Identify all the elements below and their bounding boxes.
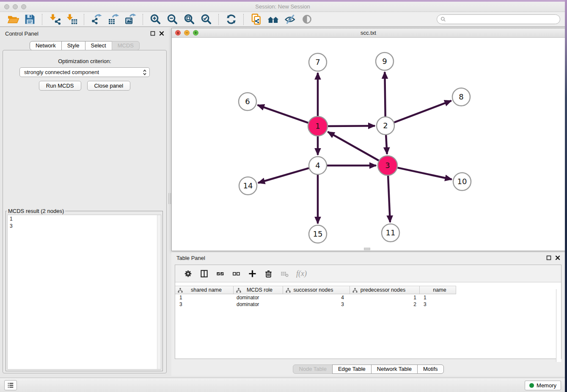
graph-node[interactable]: 11 <box>382 224 399 242</box>
float-panel-icon[interactable] <box>150 31 155 36</box>
run-mcds-button[interactable]: Run MCDS <box>39 81 81 91</box>
export-network-button[interactable] <box>88 13 105 26</box>
node-table: shared name MCDS role successor nodes pr… <box>175 286 561 362</box>
column-header-name[interactable]: name <box>420 286 456 294</box>
graph-node[interactable]: 7 <box>309 53 327 71</box>
search-icon <box>440 17 446 22</box>
cell-shared-name[interactable]: 3 <box>175 301 234 307</box>
delete-table-button[interactable] <box>280 269 289 278</box>
float-panel-icon[interactable] <box>546 255 551 260</box>
open-file-button[interactable] <box>4 13 21 26</box>
cell-name[interactable]: 3 <box>420 301 456 307</box>
save-session-button[interactable] <box>21 13 38 26</box>
canvas-split-handle[interactable] <box>364 248 370 250</box>
graph-node[interactable]: 6 <box>239 93 256 110</box>
network-canvas[interactable]: 7968124314101511 <box>172 38 565 251</box>
cell-successor-nodes[interactable]: 4 <box>283 295 350 301</box>
graph-node[interactable]: 15 <box>309 225 327 243</box>
hide-visibility-button[interactable] <box>281 13 298 26</box>
graph-edge[interactable] <box>388 176 390 222</box>
graph-edge[interactable] <box>398 168 452 179</box>
clone-network-button[interactable] <box>248 13 264 26</box>
function-builder-button[interactable]: f(x) <box>296 269 307 278</box>
import-network-button[interactable] <box>46 13 63 26</box>
export-network-icon <box>91 13 103 25</box>
memory-button[interactable]: Memory <box>525 381 561 390</box>
graph-edge[interactable] <box>385 72 385 116</box>
columns-icon <box>200 269 209 278</box>
panel-split-handle[interactable] <box>168 193 171 204</box>
zoom-in-button[interactable] <box>147 13 164 26</box>
import-table-button[interactable] <box>63 13 80 26</box>
mcds-result-list[interactable]: 1 3 <box>7 215 161 370</box>
svg-text:14: 14 <box>243 181 253 190</box>
tab-select[interactable]: Select <box>85 41 112 50</box>
close-panel-icon[interactable] <box>555 255 560 260</box>
graph-edge[interactable] <box>258 168 309 183</box>
result-scrollbar[interactable] <box>157 215 161 369</box>
deselect-all-columns-button[interactable] <box>232 269 241 278</box>
export-table-button[interactable] <box>105 13 122 26</box>
delete-column-button[interactable] <box>264 269 273 278</box>
select-all-columns-button[interactable] <box>216 269 225 278</box>
graph-node[interactable]: 14 <box>239 177 257 195</box>
cell-predecessor-nodes[interactable]: 2 <box>350 301 420 307</box>
graph-edge[interactable] <box>258 105 308 123</box>
zoom-fit-button[interactable] <box>181 13 198 26</box>
close-panel-icon[interactable] <box>159 31 164 36</box>
zoom-selected-button[interactable] <box>198 13 215 26</box>
first-neighbors-button[interactable] <box>264 13 281 26</box>
graph-node[interactable]: 8 <box>452 88 470 106</box>
attribute-tree-icon <box>286 288 291 293</box>
split-columns-button[interactable] <box>200 269 209 278</box>
tab-edge-table[interactable]: Edge Table <box>332 364 372 374</box>
table-scrollbar[interactable] <box>556 289 561 362</box>
tab-network-table[interactable]: Network Table <box>371 364 418 374</box>
table-row[interactable]: 1 dominator 4 1 1 <box>175 294 456 301</box>
cell-name[interactable]: 1 <box>420 295 456 301</box>
column-header-successor-nodes[interactable]: successor nodes <box>283 286 350 294</box>
graph-edge[interactable] <box>328 126 375 126</box>
close-panel-button[interactable]: Close panel <box>87 81 131 91</box>
graph-edge[interactable] <box>328 132 379 160</box>
add-column-button[interactable] <box>248 269 257 278</box>
desktop-wallpaper-top <box>0 0 567 2</box>
table-panel: Table Panel <box>171 252 565 376</box>
graph-node[interactable]: 9 <box>376 52 394 70</box>
cell-mcds-role[interactable]: dominator <box>234 301 283 307</box>
graph-node[interactable]: 1 <box>308 116 328 136</box>
optimization-criterion-select[interactable]: strongly connected component <box>19 67 150 77</box>
graph-node[interactable]: 10 <box>453 173 471 190</box>
column-header-predecessor-nodes[interactable]: predecessor nodes <box>350 286 420 294</box>
tab-network[interactable]: Network <box>30 41 62 50</box>
main-toolbar <box>0 12 565 27</box>
memory-status-dot <box>529 383 534 388</box>
tab-mcds[interactable]: MCDS <box>112 41 140 50</box>
table-row[interactable]: 3 dominator 3 2 3 <box>175 301 456 308</box>
refresh-button[interactable] <box>223 13 239 26</box>
graph-node[interactable]: 4 <box>309 157 327 174</box>
graph-node[interactable]: 3 <box>378 156 397 175</box>
search-input[interactable] <box>446 17 552 22</box>
import-network-icon <box>49 13 61 25</box>
export-image-button[interactable] <box>122 13 139 26</box>
cell-mcds-role[interactable]: dominator <box>234 295 283 301</box>
table-settings-button[interactable] <box>184 269 193 278</box>
cell-shared-name[interactable]: 1 <box>175 295 234 301</box>
graph-edge[interactable] <box>386 135 387 154</box>
session-title: Session: New Session <box>0 3 565 10</box>
task-history-button[interactable] <box>4 380 17 390</box>
zoom-out-button[interactable] <box>164 13 181 26</box>
cell-predecessor-nodes[interactable]: 1 <box>350 295 420 301</box>
show-visibility-button[interactable] <box>298 13 315 26</box>
column-header-mcds-role[interactable]: MCDS role <box>234 286 283 294</box>
app-titlebar: Session: New Session <box>0 2 565 12</box>
graph-node[interactable]: 2 <box>377 117 394 135</box>
cell-successor-nodes[interactable]: 3 <box>283 301 350 307</box>
network-window-titlebar[interactable]: x – + scc.txt <box>172 28 565 38</box>
tab-style[interactable]: Style <box>61 41 85 50</box>
graph-edge[interactable] <box>394 101 451 122</box>
tab-motifs[interactable]: Motifs <box>417 364 444 374</box>
tab-node-table[interactable]: Node Table <box>293 364 333 374</box>
column-header-shared-name[interactable]: shared name <box>175 286 234 294</box>
